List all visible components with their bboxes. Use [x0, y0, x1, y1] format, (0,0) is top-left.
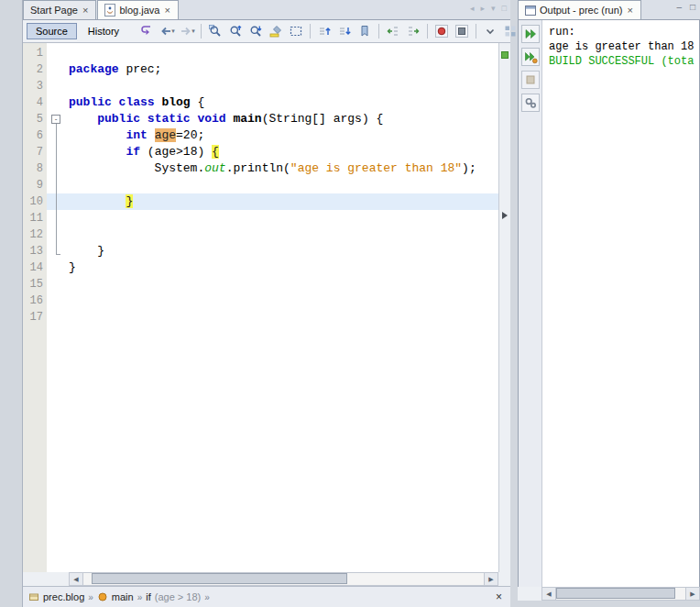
line-number: 5	[23, 111, 47, 127]
fold-mid-marker	[47, 127, 67, 144]
fold-margin	[47, 61, 67, 78]
find-next-icon[interactable]	[246, 22, 265, 40]
code-line-body[interactable]	[47, 292, 498, 309]
output-lines[interactable]: run:age is greater than 18BUILD SUCCESSF…	[542, 20, 699, 587]
breadcrumb-item[interactable]: if(age > 18)	[146, 591, 201, 602]
rectangular-selection-icon[interactable]	[287, 22, 305, 40]
toolbar-separator	[310, 24, 311, 39]
code-text	[67, 226, 69, 243]
output-hscroll-row: ◀ ▶	[518, 587, 700, 601]
shift-line-left-icon[interactable]	[384, 22, 402, 40]
history-view-button[interactable]: History	[79, 23, 128, 39]
collapse-toolbar-icon[interactable]	[481, 22, 499, 40]
build-settings-icon[interactable]	[521, 94, 540, 112]
minimize-window-icon[interactable]: –	[676, 3, 682, 12]
rerun-with-changes-icon[interactable]	[521, 48, 540, 66]
tab-close-icon[interactable]: ×	[626, 6, 633, 16]
scroll-tabs-left-icon[interactable]: ◂	[470, 4, 475, 13]
code-text: if (age>18) {	[67, 144, 219, 160]
code-line-body[interactable]: - public static void main(String[] args)…	[47, 111, 498, 127]
scroll-right-icon[interactable]: ▶	[685, 588, 699, 600]
insert-palette-icon[interactable]	[501, 22, 520, 40]
code-line-body[interactable]: public class blog {	[47, 94, 498, 111]
rerun-icon[interactable]	[521, 25, 540, 43]
tab-bar-controls: ◂ ▸ ▾ □	[470, 4, 507, 13]
scroll-tabs-right-icon[interactable]: ▸	[481, 4, 486, 13]
tab-close-icon[interactable]: ×	[163, 6, 170, 16]
code-text	[67, 292, 69, 309]
line-number: 2	[23, 61, 47, 78]
code-line-body[interactable]: System.out.println("age is greater than …	[47, 160, 498, 177]
next-bookmark-icon[interactable]	[335, 22, 354, 40]
code-line-body[interactable]	[47, 309, 498, 326]
previous-bookmark-icon[interactable]	[315, 22, 334, 40]
toolbar-separator	[378, 24, 379, 39]
stop-macro-recording-icon[interactable]	[453, 22, 471, 40]
back-icon[interactable]: ▾	[158, 22, 176, 40]
tab-blog-java[interactable]: blog.java ×	[97, 0, 178, 19]
output-line: age is greater than 18	[549, 39, 693, 54]
tab-label: blog.java	[119, 5, 159, 16]
scroll-right-icon[interactable]: ▶	[484, 573, 498, 585]
output-horizontal-scrollbar[interactable]: ◀ ▶	[541, 587, 700, 601]
code-line: 16	[23, 292, 498, 309]
find-previous-icon[interactable]	[226, 22, 245, 40]
scrollbar-track[interactable]	[556, 588, 685, 600]
maximize-window-icon[interactable]: □	[502, 4, 507, 13]
start-macro-recording-icon[interactable]	[432, 22, 451, 40]
scrollbar-track[interactable]	[83, 573, 484, 585]
scrollbar-thumb[interactable]	[92, 573, 348, 584]
code-line: 4public class blog {	[23, 94, 498, 111]
code-line-body[interactable]: package prec;	[47, 61, 498, 78]
fold-start-marker[interactable]: -	[47, 111, 67, 127]
source-view-button[interactable]: Source	[27, 23, 77, 39]
shift-line-right-icon[interactable]	[404, 22, 422, 40]
fold-margin	[47, 78, 67, 94]
error-stripe[interactable]	[498, 43, 510, 572]
tab-start-page[interactable]: Start Page ×	[23, 0, 96, 19]
code-line-body[interactable]: if (age>18) {	[47, 144, 498, 160]
forward-icon[interactable]: ▾	[178, 22, 196, 40]
code-line-body[interactable]	[47, 276, 498, 292]
line-number: 10	[23, 193, 47, 210]
code-line-body[interactable]: }	[47, 243, 498, 259]
code-text	[67, 309, 69, 326]
opened-documents-list-icon[interactable]: ▾	[491, 4, 496, 13]
code-line-body[interactable]: }	[47, 259, 498, 276]
scroll-left-icon[interactable]: ◀	[70, 573, 83, 585]
window-controls: – □	[676, 3, 695, 12]
code-line-body[interactable]: int age=20;	[47, 127, 498, 144]
last-edit-icon[interactable]	[137, 22, 156, 40]
tab-close-icon[interactable]: ×	[82, 6, 89, 16]
editor-horizontal-scrollbar[interactable]: ◀ ▶	[69, 572, 498, 586]
toggle-highlight-icon[interactable]	[267, 22, 285, 40]
breadcrumb-item[interactable]: main	[97, 591, 134, 602]
code-text	[67, 276, 69, 292]
code-line-body[interactable]	[47, 210, 498, 226]
stop-icon[interactable]	[521, 71, 540, 89]
code-line-body[interactable]	[47, 177, 498, 193]
restore-window-icon[interactable]: □	[690, 3, 695, 12]
line-number: 1	[23, 45, 47, 61]
package-icon	[28, 591, 39, 602]
tab-output[interactable]: Output - prec (run) ×	[518, 0, 641, 19]
code-lines[interactable]: 12package prec;34public class blog {5- p…	[23, 43, 498, 572]
scrollbar-thumb[interactable]	[556, 588, 675, 599]
panel-splitter[interactable]	[510, 0, 518, 607]
method-icon	[97, 591, 108, 602]
output-line: run:	[549, 25, 693, 39]
code-line-body[interactable]	[47, 226, 498, 243]
scroll-left-icon[interactable]: ◀	[542, 588, 556, 600]
code-line: 1	[23, 45, 498, 61]
editor-tab-bar: Start Page × blog.java × ◂ ▸ ▾ □	[23, 0, 510, 20]
code-line-body[interactable]: }	[47, 193, 498, 210]
breadcrumb-close-icon[interactable]: ×	[493, 590, 505, 603]
code-line-body[interactable]	[47, 45, 498, 61]
breadcrumb-item[interactable]: prec.blog	[28, 591, 84, 602]
toggle-bookmark-icon[interactable]	[355, 22, 374, 40]
code-text: int age=20;	[67, 127, 204, 144]
find-selection-icon[interactable]	[206, 22, 224, 40]
code-line-body[interactable]	[47, 78, 498, 94]
line-number: 4	[23, 94, 47, 111]
breadcrumb-separator-icon: »	[204, 592, 210, 602]
